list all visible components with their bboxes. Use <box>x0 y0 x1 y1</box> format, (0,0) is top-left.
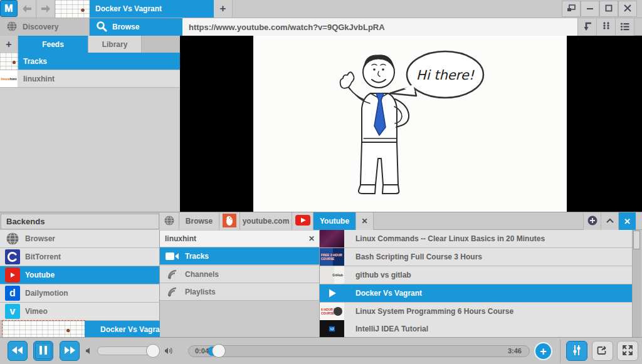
backend-item-dailymotion[interactable]: d Dailymotion <box>0 284 160 303</box>
backend-label: Youtube <box>25 271 55 279</box>
forward-arrow-icon <box>40 4 51 13</box>
elapsed-time: 0:04 <box>195 347 209 355</box>
back-button[interactable] <box>18 0 36 18</box>
result-thumbnail <box>320 230 344 247</box>
queue-now-playing[interactable]: Docker Vs Vagrant <box>0 321 180 338</box>
volume-low-icon <box>85 347 93 356</box>
cartoon-man <box>340 55 409 194</box>
new-window-button[interactable] <box>562 1 581 17</box>
result-row[interactable]: 6 HOUR FREE COURSE Linux System Programm… <box>320 303 632 321</box>
media-player-window: M Docker Vs Vagrant + Discovery Br <box>0 0 642 364</box>
backend-item-bittorrent[interactable]: BitTorrent <box>0 248 160 266</box>
result-title: Linux System Programming 6 Hours Course <box>344 307 513 316</box>
feed-thumbnail <box>0 53 18 70</box>
next-button[interactable] <box>60 341 80 361</box>
add-feed-button[interactable]: + <box>0 36 18 53</box>
globe-icon <box>164 215 175 228</box>
scrollbar-handle[interactable] <box>633 231 640 249</box>
grid-dots-icon <box>601 21 612 34</box>
video-surface[interactable]: Hi there! <box>180 36 642 212</box>
add-to-playlist-button[interactable]: + <box>534 342 552 360</box>
close-window-button[interactable] <box>618 1 637 17</box>
panel-collapse-button[interactable] <box>601 212 618 230</box>
add-tab-button[interactable]: + <box>214 0 233 18</box>
backend-item-youtube[interactable]: Youtube <box>0 266 160 284</box>
backend-label: Vimeo <box>25 307 48 316</box>
list-view-button[interactable] <box>616 18 634 36</box>
tab-discovery[interactable]: Discovery <box>0 18 90 36</box>
follow-link-button[interactable] <box>578 18 597 36</box>
tab-browse[interactable]: Browse <box>90 18 180 36</box>
category-label: Channels <box>185 270 219 279</box>
tab-feeds[interactable]: Feeds <box>18 36 88 53</box>
category-list-empty <box>160 301 320 338</box>
backend-item-browser[interactable]: Browser <box>0 230 160 248</box>
panel-tab-close-button[interactable]: ✕ <box>356 212 374 230</box>
panel-tab-duckduckgo-icon[interactable] <box>219 212 240 230</box>
backend-item-vimeo[interactable]: v Vimeo <box>0 303 160 321</box>
volume-handle[interactable] <box>146 344 160 358</box>
search-box: ✕ <box>160 231 320 247</box>
rss-icon <box>160 286 185 298</box>
maximize-button[interactable] <box>599 1 618 17</box>
result-row[interactable]: IJ IntelliJ IDEA Tutorial <box>320 320 632 338</box>
category-label: Playlists <box>185 288 216 296</box>
result-title: Linux Commands -- Clear Linux Basics in … <box>344 234 545 243</box>
circle-plus-icon <box>587 215 598 228</box>
active-tab[interactable]: Docker Vs Vagrant <box>90 0 214 18</box>
backend-label: Browser <box>25 234 55 243</box>
tab-library[interactable]: Library <box>88 36 142 53</box>
category-channels[interactable]: Channels <box>160 266 320 283</box>
sidebar-item-label: linuxhint <box>18 75 55 83</box>
result-row[interactable]: FREE 3 HOUR COURSE Bash Scripting Full C… <box>320 248 632 266</box>
result-title: Docker Vs Vagrant <box>344 289 422 298</box>
sidebar-item-tracks[interactable]: Tracks <box>0 53 180 70</box>
equalizer-button[interactable] <box>566 341 587 361</box>
share-button[interactable] <box>592 341 613 361</box>
equalizer-icon <box>572 345 582 358</box>
minimize-button[interactable] <box>581 1 599 17</box>
chevron-up-icon <box>606 217 614 226</box>
panel-tab-youtube-icon[interactable] <box>292 212 313 230</box>
play-icon <box>327 288 337 298</box>
result-row-selected[interactable]: Docker Vs Vagrant <box>320 284 632 303</box>
panel-tab-youtube-com[interactable]: youtube.com <box>240 212 292 230</box>
now-playing-thumbnail <box>3 321 85 338</box>
pause-button[interactable] <box>33 341 53 361</box>
forward-button[interactable] <box>37 0 55 18</box>
maximize-icon <box>605 4 613 14</box>
category-playlists[interactable]: Playlists <box>160 283 320 301</box>
previous-button[interactable] <box>8 341 28 361</box>
fullscreen-button[interactable] <box>617 341 638 361</box>
panel-close-button[interactable]: ✕ <box>618 212 636 230</box>
url-input[interactable] <box>182 18 577 36</box>
url-bar <box>180 18 578 36</box>
app-logo[interactable]: M <box>0 0 18 17</box>
result-thumbnail: IJ <box>320 320 344 338</box>
tab-thumbnail[interactable] <box>55 0 90 18</box>
popup-window-icon <box>567 4 576 14</box>
result-row[interactable]: Linux Commands -- Clear Linux Basics in … <box>320 230 632 248</box>
panel-add-button[interactable] <box>583 212 601 230</box>
clear-search-button[interactable]: ✕ <box>304 234 319 243</box>
video-frame: Hi there! <box>253 36 567 212</box>
fast-forward-icon <box>64 346 75 356</box>
grid-view-button[interactable] <box>597 18 616 36</box>
sidebar-item-linuxhint[interactable]: linuxhint linuxhint <box>0 70 180 88</box>
titlebar: M Docker Vs Vagrant + <box>0 0 642 18</box>
seek-handle[interactable] <box>212 344 226 358</box>
result-row[interactable]: GitHub github vs gitlab <box>320 266 632 284</box>
result-title: github vs gitlab <box>344 271 411 279</box>
tab-browse-label: Browse <box>112 23 139 31</box>
backend-label: BitTorrent <box>25 252 61 261</box>
seek-bar[interactable]: 0:04 3:46 <box>188 345 530 357</box>
panel-tab-youtube[interactable]: Youtube <box>313 212 356 230</box>
search-input[interactable] <box>160 234 304 243</box>
panel-tab-browse-icon[interactable] <box>160 212 179 230</box>
panel-tab-browse[interactable]: Browse <box>179 212 219 230</box>
category-tracks[interactable]: Tracks <box>160 247 320 265</box>
divider <box>560 340 560 363</box>
sidebar: + Feeds Library Tracks linuxhint linuxhi… <box>0 36 180 212</box>
back-arrow-icon <box>21 4 33 13</box>
results-scrollbar[interactable] <box>632 230 641 338</box>
